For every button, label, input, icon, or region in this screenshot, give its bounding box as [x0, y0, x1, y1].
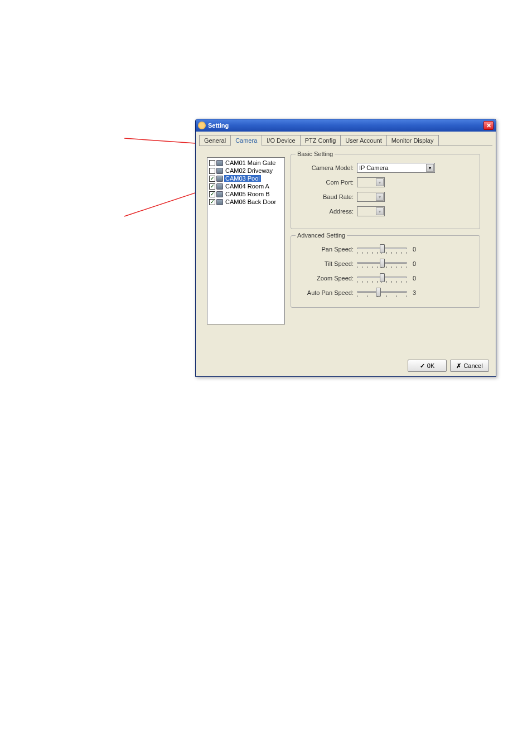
- tab-camera[interactable]: Camera: [230, 135, 262, 146]
- camera-label: CAM01 Main Gate: [224, 159, 277, 166]
- list-item[interactable]: CAM01 Main Gate: [209, 159, 283, 167]
- camera-label: CAM06 Back Door: [224, 198, 277, 205]
- camera-icon: [216, 199, 223, 205]
- close-icon[interactable]: ✕: [483, 121, 494, 130]
- com-port-select: ▾: [357, 177, 385, 187]
- zoom-speed-slider[interactable]: [357, 273, 407, 284]
- auto-pan-speed-value: 3: [413, 289, 416, 296]
- auto-pan-speed-label: Auto Pan Speed:: [296, 289, 357, 296]
- camera-icon: [216, 168, 223, 174]
- slider-thumb[interactable]: [380, 273, 385, 282]
- camera-label: CAM02 Driveway: [224, 167, 274, 174]
- tab-io-device[interactable]: I/O Device: [262, 135, 300, 146]
- zoom-speed-label: Zoom Speed:: [296, 275, 357, 282]
- list-item[interactable]: CAM02 Driveway: [209, 167, 283, 175]
- slider-thumb[interactable]: [380, 259, 385, 268]
- pan-speed-label: Pan Speed:: [296, 246, 357, 253]
- camera-icon: [216, 183, 223, 190]
- checkbox[interactable]: [209, 191, 215, 197]
- camera-label: CAM03 Pool: [224, 175, 261, 182]
- tilt-speed-slider[interactable]: [357, 258, 407, 269]
- app-icon: [198, 122, 206, 129]
- pan-speed-slider[interactable]: [357, 244, 407, 255]
- pan-speed-value: 0: [413, 246, 416, 253]
- slider-thumb[interactable]: [376, 288, 381, 297]
- camera-label: CAM05 Room B: [224, 191, 270, 197]
- button-label: 0K: [427, 362, 434, 369]
- checkbox[interactable]: [209, 183, 215, 190]
- list-item[interactable]: CAM04 Room A: [209, 182, 283, 190]
- checkbox[interactable]: [209, 176, 215, 182]
- select-value: IP Camera: [359, 164, 388, 171]
- address-label: Address:: [296, 208, 357, 215]
- camera-icon: [216, 191, 223, 197]
- chevron-down-icon: ▾: [376, 193, 384, 201]
- tab-bar: General Camera I/O Device PTZ Config Use…: [199, 135, 492, 146]
- chevron-down-icon: ▾: [376, 178, 384, 186]
- legend: Basic Setting: [296, 151, 335, 157]
- checkbox[interactable]: [209, 199, 215, 205]
- address-select: ▾: [357, 206, 385, 216]
- tab-user-account[interactable]: User Account: [340, 135, 386, 146]
- camera-model-select[interactable]: IP Camera ▾: [357, 163, 435, 173]
- check-icon: [420, 362, 425, 370]
- chevron-down-icon: ▾: [376, 207, 384, 215]
- setting-dialog: Setting ✕ General Camera I/O Device PTZ …: [195, 119, 496, 377]
- com-port-label: Com Port:: [296, 179, 357, 186]
- titlebar[interactable]: Setting ✕: [196, 119, 496, 132]
- button-label: Cancel: [463, 362, 482, 369]
- advanced-setting-group: Advanced Setting Pan Speed: 0 Tilt Speed…: [291, 235, 480, 308]
- checkbox[interactable]: [209, 168, 215, 174]
- baud-rate-label: Baud Rate:: [296, 193, 357, 200]
- tab-content: CAM01 Main Gate CAM02 Driveway CAM03 Poo…: [196, 146, 496, 358]
- basic-setting-group: Basic Setting Camera Model: IP Camera ▾ …: [291, 154, 480, 229]
- cross-icon: [456, 362, 461, 370]
- camera-model-label: Camera Model:: [296, 164, 357, 171]
- cancel-button[interactable]: Cancel: [450, 360, 489, 372]
- camera-label: CAM04 Room A: [224, 183, 270, 190]
- tilt-speed-label: Tilt Speed:: [296, 260, 357, 267]
- tab-general[interactable]: General: [199, 135, 231, 146]
- chevron-down-icon: ▾: [426, 164, 434, 172]
- list-item[interactable]: CAM06 Back Door: [209, 198, 283, 206]
- list-item[interactable]: CAM03 Pool: [209, 175, 283, 182]
- baud-rate-select: ▾: [357, 192, 385, 202]
- legend: Advanced Setting: [296, 232, 347, 239]
- tab-ptz-config[interactable]: PTZ Config: [300, 135, 341, 146]
- camera-icon: [216, 160, 223, 166]
- tilt-speed-value: 0: [413, 260, 416, 267]
- camera-list[interactable]: CAM01 Main Gate CAM02 Driveway CAM03 Poo…: [207, 157, 285, 324]
- camera-icon: [216, 176, 223, 182]
- zoom-speed-value: 0: [413, 275, 416, 282]
- button-bar: 0K Cancel: [408, 360, 489, 372]
- tab-monitor-display[interactable]: Monitor Display: [386, 135, 439, 146]
- list-item[interactable]: CAM05 Room B: [209, 190, 283, 198]
- slider-thumb[interactable]: [380, 244, 385, 253]
- auto-pan-speed-slider[interactable]: [357, 287, 407, 298]
- window-title: Setting: [208, 122, 483, 129]
- checkbox[interactable]: [209, 160, 215, 166]
- ok-button[interactable]: 0K: [408, 360, 447, 372]
